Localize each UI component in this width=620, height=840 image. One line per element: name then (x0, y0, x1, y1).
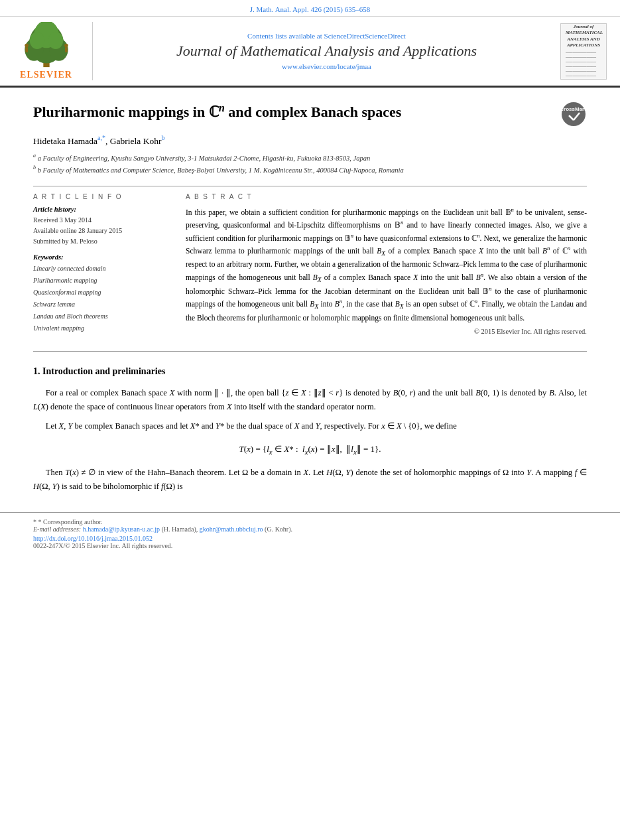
footer: * * Corresponding author. E-mail address… (0, 512, 620, 553)
email2-name: (G. Kohr). (265, 525, 292, 533)
journal-title-area: Contents lists available at ScienceDirec… (99, 32, 554, 70)
abstract-text: In this paper, we obtain a sufficient co… (186, 206, 587, 324)
abstract-header: A B S T R A C T (186, 193, 587, 200)
copyright: © 2015 Elsevier Inc. All rights reserved… (186, 328, 587, 335)
svg-rect-10 (65, 47, 68, 52)
footnote-corresponding: * * Corresponding author. (33, 518, 587, 525)
keyword-1: Linearly connected domain (33, 263, 172, 275)
abstract-column: A B S T R A C T In this paper, we obtain… (186, 193, 587, 341)
journal-ref-text: J. Math. Anal. Appl. 426 (2015) 635–658 (250, 5, 371, 13)
email2-link[interactable]: gkohr@math.ubbcluj.ro (200, 525, 263, 533)
email1-name: (H. Hamada), (162, 525, 198, 533)
article-content: Pluriharmonic mappings in ℂn and complex… (0, 88, 620, 512)
section-1-heading: 1. Introduction and preliminaries (33, 364, 587, 380)
submitted-by: Submitted by M. Peloso (33, 236, 172, 247)
keyword-6: Univalent mapping (33, 322, 172, 334)
authors-line: Hidetaka Hamadaa,*, Gabriela Kohrb (33, 134, 587, 147)
keyword-5: Landau and Bloch theorems (33, 311, 172, 322)
email-line: E-mail addresses: h.hamada@ip.kyusan-u.a… (33, 525, 587, 533)
journal-url[interactable]: www.elsevier.com/locate/jmaa (99, 62, 554, 70)
article-title-row: Pluriharmonic mappings in ℂn and complex… (33, 101, 587, 127)
divider (33, 186, 587, 186)
available-date: Available online 28 January 2015 (33, 226, 172, 236)
sciencedirect-label: ScienceDirect (324, 32, 365, 40)
affiliations: a a Faculty of Engineering, Kyushu Sangy… (33, 152, 587, 176)
divider-2 (33, 351, 587, 352)
svg-text:CrossMark: CrossMark (560, 106, 587, 112)
doi-text: http://dx.doi.org/10.1016/j.jmaa.2015.01… (33, 535, 153, 542)
affiliation-b: b Faculty of Mathematics and Computer Sc… (38, 166, 404, 173)
keyword-3: Quasiconformal mapping (33, 287, 172, 299)
keywords-section: Keywords: Linearly connected domain Plur… (33, 253, 172, 334)
page: J. Math. Anal. Appl. 426 (2015) 635–658 (0, 0, 620, 840)
author1-sup: a,* (97, 134, 105, 141)
issn-line: 0022-247X/© 2015 Elsevier Inc. All right… (33, 542, 587, 549)
keyword-2: Pluriharmonic mapping (33, 275, 172, 287)
keywords-list: Linearly connected domain Pluriharmonic … (33, 263, 172, 334)
doi-line[interactable]: http://dx.doi.org/10.1016/j.jmaa.2015.01… (33, 535, 587, 542)
corresponding-label: * Corresponding author. (38, 518, 103, 525)
elsevier-brand-text: ELSEVIER (20, 70, 72, 80)
article-history-section: Article history: Received 3 May 2014 Ava… (33, 206, 172, 247)
email-label: E-mail addresses: (33, 525, 81, 533)
svg-point-6 (48, 32, 62, 49)
received-date: Received 3 May 2014 (33, 215, 172, 226)
sciencedirect-link[interactable]: Contents lists available at ScienceDirec… (99, 32, 554, 40)
body-paragraph-3: Then T(x) ≠ ∅ in view of the Hahn–Banach… (33, 466, 587, 494)
body-paragraph-2: Let X, Y be complex Banach spaces and le… (33, 419, 587, 433)
author2-sup: b (161, 134, 164, 141)
body-paragraph-1: For a real or complex Banach space X wit… (33, 386, 587, 415)
svg-point-9 (64, 44, 68, 48)
svg-rect-8 (25, 47, 28, 52)
article-info-column: A R T I C L E I N F O Article history: R… (33, 193, 172, 341)
history-title: Article history: (33, 206, 172, 213)
journal-title: Journal of Mathematical Analysis and App… (99, 42, 554, 60)
email1-link[interactable]: h.hamada@ip.kyusan-u.ac.jp (83, 525, 160, 533)
keywords-title: Keywords: (33, 253, 172, 261)
journal-thumbnail: Journal ofMATHEMATICALANALYSIS ANDAPPLIC… (560, 23, 607, 80)
svg-point-7 (25, 44, 29, 48)
journal-reference-bar: J. Math. Anal. Appl. 426 (2015) 635–658 (0, 0, 620, 17)
article-title-text: Pluriharmonic mappings in ℂn and complex… (33, 101, 554, 122)
svg-point-5 (29, 32, 44, 49)
article-info-header: A R T I C L E I N F O (33, 193, 172, 200)
elsevier-tree-icon (13, 22, 80, 68)
two-column-section: A R T I C L E I N F O Article history: R… (33, 193, 587, 341)
keyword-4: Schwarz lemma (33, 299, 172, 311)
affiliation-a: a Faculty of Engineering, Kyushu Sangyo … (38, 154, 371, 161)
math-display-T: T(x) = {lx ∈ X* : lx(x) = ‖x‖, ‖lx‖ = 1}… (33, 442, 587, 458)
body-text: 1. Introduction and preliminaries For a … (33, 364, 587, 494)
journal-header: ELSEVIER Contents lists available at Sci… (0, 17, 620, 88)
elsevier-logo: ELSEVIER (7, 22, 93, 80)
contents-label: Contents lists available at (247, 32, 322, 40)
thumb-content: Journal ofMATHEMATICALANALYSIS ANDAPPLIC… (564, 23, 603, 80)
crossmark-icon: CrossMark (560, 101, 587, 127)
